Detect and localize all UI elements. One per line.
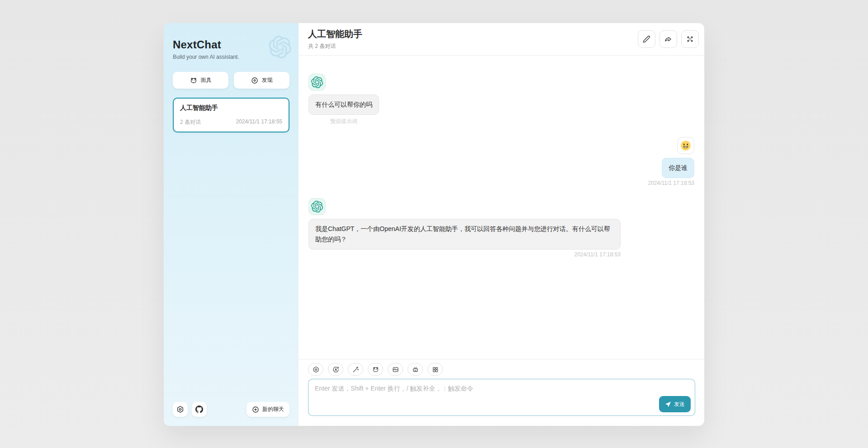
send-button[interactable]: 发送 <box>659 396 691 412</box>
clear-context-icon <box>392 366 399 373</box>
chat-item-title: 人工智能助手 <box>180 104 282 112</box>
preset-prompt-hint: 预设提示词 <box>330 118 357 125</box>
theme-auto-icon <box>332 366 339 373</box>
prompt-shortcut-button[interactable] <box>348 363 363 376</box>
openai-logo-icon <box>269 36 291 58</box>
message-timestamp: 2024/11/1 17:18:53 <box>648 180 694 186</box>
chat-item-time: 2024/11/1 17:18:55 <box>236 118 282 126</box>
pencil-icon <box>643 35 650 43</box>
composer-input-area: 发送 <box>308 379 695 418</box>
new-chat-label: 新的聊天 <box>262 406 284 413</box>
gear-icon <box>176 406 184 413</box>
user-message: 你是谁 2024/11/1 17:18:53 <box>308 137 694 186</box>
sidebar-footer: 新的聊天 <box>173 402 289 417</box>
settings-button[interactable] <box>173 402 188 417</box>
message-bubble: 你是谁 <box>662 158 694 178</box>
assistant-avatar <box>308 74 326 91</box>
assistant-message: 我是ChatGPT，一个由OpenAI开发的人工智能助手，我可以回答各种问题并与… <box>308 198 694 258</box>
github-icon <box>195 406 203 413</box>
chat-item-meta: 2 条对话 2024/11/1 17:18:55 <box>180 118 282 126</box>
gear-icon <box>313 366 319 373</box>
plugins-button[interactable] <box>427 363 443 376</box>
share-button[interactable] <box>659 30 677 48</box>
discover-button-label: 发现 <box>262 76 273 84</box>
message-timestamp: 2024/11/1 17:18:53 <box>574 251 621 258</box>
chat-settings-button[interactable] <box>308 363 323 376</box>
chat-header-actions <box>638 30 699 48</box>
plus-circle-icon <box>252 406 259 413</box>
fullscreen-button[interactable] <box>681 30 699 48</box>
nextchat-window: NextChat Build your own AI assistant. 面具… <box>163 23 705 426</box>
composer-toolbar <box>308 363 695 376</box>
discover-button[interactable]: 发现 <box>234 72 289 89</box>
chat-subtitle: 共 2 条对话 <box>308 42 638 50</box>
new-chat-button[interactable]: 新的聊天 <box>247 402 289 417</box>
github-button[interactable] <box>192 402 207 417</box>
share-arrow-icon <box>664 35 672 43</box>
chat-header: 人工智能助手 共 2 条对话 <box>299 23 704 56</box>
assistant-avatar <box>308 198 326 215</box>
robot-icon <box>412 366 419 373</box>
desktop-background: { "app": { "colors": { "primary": "#1d93… <box>0 0 868 448</box>
chat-item-count: 2 条对话 <box>180 118 201 126</box>
plugins-grid-icon <box>432 366 439 373</box>
expand-icon <box>686 35 694 43</box>
clear-context-button[interactable] <box>388 363 403 376</box>
discover-icon <box>251 77 258 84</box>
chat-title: 人工智能助手 <box>308 28 638 40</box>
mask-icon <box>372 366 379 373</box>
openai-logo-icon <box>311 201 323 212</box>
paper-plane-icon <box>665 401 671 407</box>
composer: 发送 <box>299 359 704 426</box>
chat-list[interactable]: 人工智能助手 2 条对话 2024/11/1 17:18:55 <box>173 98 289 402</box>
openai-logo-icon <box>311 76 323 88</box>
send-button-label: 发送 <box>674 401 685 408</box>
chat-list-item-selected[interactable]: 人工智能助手 2 条对话 2024/11/1 17:18:55 <box>173 98 289 132</box>
model-select-button[interactable] <box>408 363 423 376</box>
mask-select-button[interactable] <box>368 363 383 376</box>
smiley-emoji-icon <box>680 140 692 151</box>
masks-button[interactable]: 面具 <box>173 72 228 89</box>
magic-wand-icon <box>352 366 359 373</box>
message-bubble: 我是ChatGPT，一个由OpenAI开发的人工智能助手，我可以回答各种问题并与… <box>308 219 621 250</box>
user-avatar <box>677 137 694 154</box>
assistant-message: 有什么可以帮你的吗 预设提示词 <box>308 74 694 125</box>
message-bubble: 有什么可以帮你的吗 <box>308 94 379 115</box>
rename-button[interactable] <box>638 30 655 48</box>
sidebar: NextChat Build your own AI assistant. 面具… <box>164 23 299 426</box>
theme-toggle-button[interactable] <box>328 363 343 376</box>
chat-panel: 人工智能助手 共 2 条对话 <box>299 23 704 426</box>
masks-button-label: 面具 <box>201 76 212 84</box>
message-scroll-area[interactable]: 有什么可以帮你的吗 预设提示词 你是谁 2024/11/1 17:18:53 <box>299 56 704 359</box>
sidebar-header: NextChat Build your own AI assistant. <box>173 38 289 60</box>
message-input[interactable] <box>308 379 695 416</box>
mask-icon <box>190 77 197 84</box>
sidebar-actions: 面具 发现 <box>173 72 289 89</box>
chat-header-info[interactable]: 人工智能助手 共 2 条对话 <box>308 28 638 50</box>
